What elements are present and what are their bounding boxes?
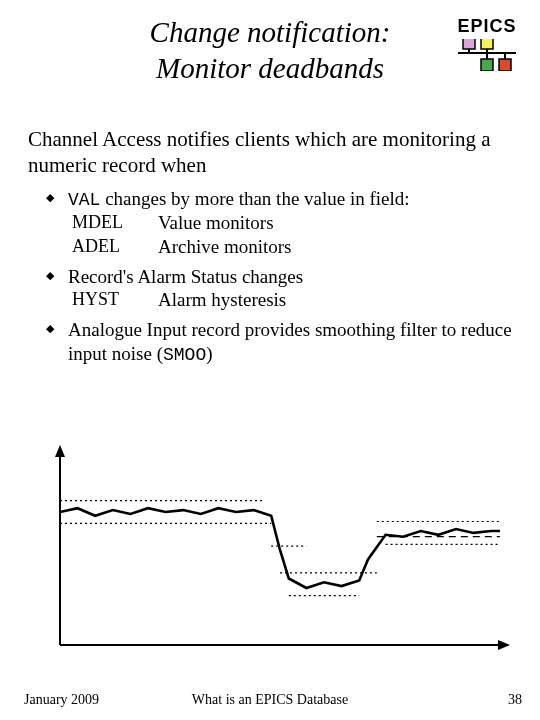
mdel-label: MDEL <box>72 211 158 235</box>
slide-header: Change notification: Monitor deadbands E… <box>0 0 540 106</box>
bullet-2-text: Record's Alarm Status changes <box>68 266 303 287</box>
bullet-1-text: changes by more than the value in field: <box>100 188 409 209</box>
bullet-3-field: SMOO <box>163 345 206 365</box>
slide: Change notification: Monitor deadbands E… <box>0 0 540 720</box>
slide-body: Channel Access notifies clients which ar… <box>0 106 540 366</box>
hyst-label: HYST <box>72 288 158 312</box>
svg-rect-8 <box>499 59 511 71</box>
bullet-1-row-1: MDEL Value monitors <box>72 211 512 235</box>
bullet-3-post: ) <box>206 343 212 364</box>
epics-logo: EPICS <box>452 16 522 71</box>
bullet-1: VAL changes by more than the value in fi… <box>46 187 512 259</box>
svg-marker-12 <box>498 640 510 650</box>
svg-rect-5 <box>463 39 475 49</box>
intro-text: Channel Access notifies clients which ar… <box>28 126 512 179</box>
bullet-3: Analogue Input record provides smoothing… <box>46 318 512 366</box>
slide-title: Change notification: Monitor deadbands <box>70 14 470 87</box>
bullet-3-pre: Analogue Input record provides smoothing… <box>68 319 512 364</box>
bullet-1-field: VAL <box>68 190 100 210</box>
bullet-1-row-2: ADEL Archive monitors <box>72 235 512 259</box>
deadband-chart <box>30 445 510 665</box>
epics-logo-text: EPICS <box>452 16 522 37</box>
title-line-2: Monitor deadbands <box>156 52 384 84</box>
adel-label: ADEL <box>72 235 158 259</box>
footer-page-number: 38 <box>508 692 522 708</box>
chart-svg <box>30 445 510 665</box>
bullet-list: VAL changes by more than the value in fi… <box>46 187 512 367</box>
title-line-1: Change notification: <box>150 16 391 48</box>
mdel-desc: Value monitors <box>158 211 274 235</box>
svg-marker-11 <box>55 445 65 457</box>
epics-logo-icon <box>458 39 516 71</box>
hyst-desc: Alarm hysteresis <box>158 288 286 312</box>
bullet-2: Record's Alarm Status changes HYST Alarm… <box>46 265 512 313</box>
footer-title: What is an EPICS Database <box>0 692 540 708</box>
bullet-2-row-1: HYST Alarm hysteresis <box>72 288 512 312</box>
svg-rect-6 <box>481 39 493 49</box>
svg-rect-7 <box>481 59 493 71</box>
adel-desc: Archive monitors <box>158 235 292 259</box>
